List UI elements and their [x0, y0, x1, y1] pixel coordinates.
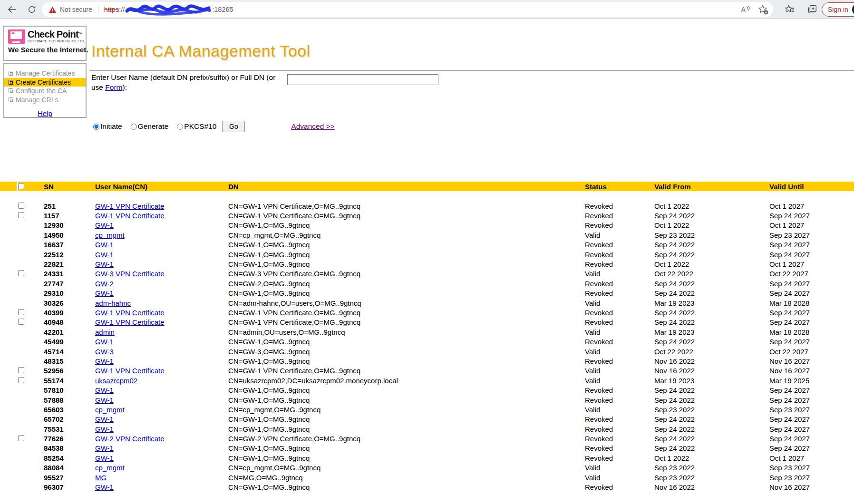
cell-valid-from: Sep 24 2022: [654, 396, 769, 404]
row-select-checkbox[interactable]: [18, 367, 24, 373]
form-link[interactable]: Form: [105, 83, 122, 91]
cell-valid-until: Sep 23 2027: [769, 474, 854, 482]
cell-serial-number: 45499: [44, 338, 95, 346]
cell-valid-from: Oct 22 2022: [654, 270, 769, 278]
cell-valid-until: Oct 1 2027: [769, 221, 854, 229]
certificate-link[interactable]: cp_mgmt: [95, 464, 125, 472]
row-select-checkbox[interactable]: [18, 270, 24, 276]
certificate-link[interactable]: GW-2: [95, 280, 114, 288]
radio-input-pkcs-10[interactable]: [177, 124, 183, 130]
cell-serial-number: 75531: [44, 425, 95, 433]
back-arrow-icon: [7, 4, 17, 15]
row-select-checkbox[interactable]: [18, 203, 24, 209]
column-header-sn: SN: [44, 183, 95, 191]
certificate-link[interactable]: GW-3: [95, 348, 114, 356]
certificate-link[interactable]: GW-1: [95, 386, 114, 394]
certificate-link[interactable]: GW-1: [95, 415, 114, 423]
certificate-link[interactable]: GW-1: [95, 241, 114, 249]
add-favorite-icon[interactable]: [758, 4, 768, 15]
certificate-link[interactable]: GW-1 VPN Certificate: [95, 309, 165, 317]
certificate-link[interactable]: GW-3 VPN Certificate: [95, 270, 165, 278]
certificate-link[interactable]: admin: [95, 328, 115, 336]
certificate-link[interactable]: cp_mgmt: [95, 231, 125, 239]
row-select-checkbox[interactable]: [18, 377, 24, 383]
certificate-link[interactable]: GW-2 VPN Certificate: [95, 435, 165, 443]
certificate-link[interactable]: GW-1 VPN Certificate: [95, 367, 165, 375]
table-row: 52956GW-1 VPN CertificateCN=GW-1 VPN Cer…: [0, 366, 854, 376]
row-select-checkbox[interactable]: [18, 212, 24, 218]
row-select-checkbox[interactable]: [18, 319, 24, 325]
collections-icon[interactable]: [807, 4, 817, 15]
radio-input-initiate[interactable]: [93, 124, 99, 130]
radio-option-initiate[interactable]: Initiate: [93, 122, 122, 131]
address-bar[interactable]: Not secure https :// :18265 A: [42, 2, 773, 17]
horizontal-rule: [89, 70, 854, 71]
back-button[interactable]: [6, 3, 18, 16]
cell-status: Revoked: [585, 444, 654, 452]
select-all-checkbox[interactable]: [18, 183, 24, 189]
sign-in-button[interactable]: Sign in: [822, 2, 854, 17]
certificate-link[interactable]: GW-1: [95, 483, 114, 491]
cell-valid-from: Sep 23 2022: [654, 231, 769, 239]
cell-status: Valid: [585, 464, 654, 472]
sidebar-item-manage-crls[interactable]: Manage CRLs: [4, 96, 86, 105]
sidebar-item-manage-certificates[interactable]: Manage Certificates: [4, 69, 86, 78]
certificate-link[interactable]: GW-1: [95, 454, 114, 462]
certificate-link[interactable]: GW-1 VPN Certificate: [95, 318, 165, 326]
certificate-link[interactable]: GW-1: [95, 251, 114, 259]
column-header-valid-until: Valid Until: [769, 183, 854, 191]
certificate-link[interactable]: GW-1: [95, 221, 114, 229]
certificate-link[interactable]: GW-1: [95, 396, 114, 404]
column-header-cn: User Name(CN): [95, 183, 228, 191]
certificate-link[interactable]: GW-1 VPN Certificate: [95, 202, 165, 210]
table-row: 251GW-1 VPN CertificateCN=GW-1 VPN Certi…: [0, 201, 854, 211]
certificate-link[interactable]: GW-1: [95, 338, 114, 346]
cell-serial-number: 57810: [44, 386, 95, 394]
radio-label: Initiate: [100, 122, 122, 131]
svg-text:A: A: [741, 6, 746, 13]
radio-option-generate[interactable]: Generate: [131, 122, 169, 131]
certificate-link[interactable]: GW-1 VPN Certificate: [95, 212, 165, 220]
certificate-link[interactable]: GW-1: [95, 289, 114, 297]
certificate-link[interactable]: cp_mgmt: [95, 406, 125, 414]
advanced-link[interactable]: Advanced >>: [291, 122, 334, 131]
cell-serial-number: 22821: [44, 260, 95, 268]
table-row: 30326adm-hahncCN=adm-hahnc,OU=users,O=MG…: [0, 298, 854, 308]
address-divider: [98, 6, 98, 14]
sidebar-item-create-certificates[interactable]: Create Certificates: [4, 78, 86, 87]
cell-valid-until: Sep 24 2027: [769, 415, 854, 423]
certificate-link[interactable]: adm-hahnc: [95, 299, 131, 307]
favorites-hub-icon[interactable]: [785, 4, 795, 15]
url-port: :18265: [212, 6, 233, 13]
cell-status: Revoked: [585, 289, 654, 297]
cell-dn: CN=cp_mgmt,O=MG..9gtncq: [228, 406, 585, 414]
refresh-button[interactable]: [26, 3, 38, 16]
certificate-link[interactable]: GW-1: [95, 357, 114, 365]
row-select-checkbox[interactable]: [18, 435, 24, 441]
cell-serial-number: 42201: [44, 328, 95, 336]
go-button[interactable]: Go: [222, 121, 245, 132]
username-dn-input[interactable]: [287, 74, 438, 85]
certificate-link[interactable]: GW-1: [95, 444, 114, 452]
cell-status: Revoked: [585, 386, 654, 394]
sidebar-item-configure-the-ca[interactable]: Configure the CA: [4, 87, 86, 96]
radio-input-generate[interactable]: [131, 124, 137, 130]
cell-valid-from: Nov 16 2022: [654, 367, 769, 375]
cell-valid-from: Mar 19 2023: [654, 299, 769, 307]
help-link[interactable]: Help: [4, 109, 86, 117]
cell-valid-until: Sep 24 2027: [769, 309, 854, 317]
cell-valid-from: Sep 24 2022: [654, 280, 769, 288]
row-select-checkbox[interactable]: [18, 309, 24, 315]
certificate-link[interactable]: MG: [95, 474, 107, 482]
read-aloud-icon[interactable]: A: [740, 4, 750, 15]
certificate-link[interactable]: uksazrcpm02: [95, 377, 137, 385]
radio-option-pkcs-10[interactable]: PKCS#10: [177, 122, 216, 131]
cell-dn: CN=cp_mgmt,O=MG..9gtncq: [228, 231, 585, 239]
certificate-link[interactable]: GW-1: [95, 425, 114, 433]
cell-serial-number: 45714: [44, 348, 95, 356]
cell-valid-until: Sep 24 2027: [769, 444, 854, 452]
table-row: 75531GW-1CN=GW-1,O=MG..9gtncqRevokedSep …: [0, 424, 854, 434]
cell-valid-from: Sep 23 2022: [654, 464, 769, 472]
certificate-link[interactable]: GW-1: [95, 260, 114, 268]
cell-dn: CN=GW-3 VPN Certificate,O=MG..9gtncq: [228, 270, 585, 278]
